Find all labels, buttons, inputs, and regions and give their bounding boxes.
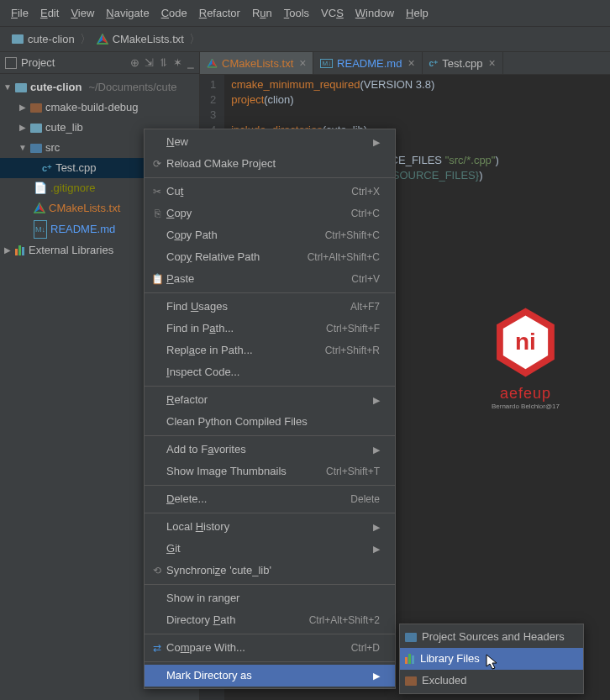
sm-library-files[interactable]: Library Files: [400, 648, 583, 670]
tab-label: README.md: [337, 57, 402, 70]
arrow-right-icon: ▶: [3, 242, 12, 259]
tab-test[interactable]: c⁺ Test.cpp ×: [423, 52, 503, 74]
tree-label: cute_lib: [45, 119, 83, 136]
cm-cut[interactable]: ✂CutCtrl+X: [145, 181, 395, 203]
menu-refactor[interactable]: Refactor: [193, 3, 246, 23]
cm-paste[interactable]: 📋PasteCtrl+V: [145, 268, 395, 290]
sync-icon: ⟲: [150, 563, 165, 578]
arrow-down-icon: ▼: [3, 79, 12, 96]
breadcrumb-root[interactable]: cute-clion: [7, 31, 80, 47]
tree-label: CMakeLists.txt: [49, 200, 120, 217]
cm-new[interactable]: New▶: [145, 131, 395, 153]
tab-label: CMakeLists.txt: [222, 57, 293, 70]
menu-vcs[interactable]: VCS: [315, 3, 350, 23]
breadcrumb-file-label: CMakeLists.txt: [113, 33, 184, 45]
arrow-right-icon: ▶: [18, 99, 27, 116]
library-icon: [15, 245, 25, 255]
breadcrumb-file[interactable]: CMakeLists.txt: [92, 31, 189, 47]
sm-excluded[interactable]: Excluded: [400, 670, 583, 692]
cm-dirpath[interactable]: Directory PathCtrl+Alt+Shift+2: [145, 609, 395, 631]
cm-sync[interactable]: ⟲Synchronize 'cute_lib': [145, 560, 395, 582]
tree-item-build[interactable]: ▶ cmake-build-debug: [0, 97, 199, 118]
menu-bar: File Edit View Navigate Code Refactor Ru…: [0, 0, 610, 27]
submenu-arrow-icon: ▶: [373, 392, 380, 408]
tree-root-path: ~/Documents/cute: [88, 79, 176, 96]
mark-directory-submenu: Project Sources and Headers Library File…: [399, 624, 584, 694]
copy-icon: ⎘: [150, 206, 165, 221]
project-icon: [5, 57, 17, 69]
sm-project-sources[interactable]: Project Sources and Headers: [400, 626, 583, 648]
folder-icon: [12, 34, 24, 44]
gear-icon[interactable]: ✶: [173, 56, 182, 69]
tab-label: Test.cpp: [442, 57, 482, 70]
cut-icon: ✂: [150, 184, 165, 199]
cm-git[interactable]: Git▶: [145, 538, 395, 560]
submenu-arrow-icon: ▶: [373, 134, 380, 150]
separator: [145, 584, 395, 585]
paste-icon: 📋: [150, 271, 165, 287]
separator: [145, 386, 395, 387]
cm-copy[interactable]: ⎘CopyCtrl+C: [145, 203, 395, 224]
menu-window[interactable]: Window: [350, 3, 400, 23]
submenu-arrow-icon: ▶: [373, 442, 380, 457]
tree-label: Test.cpp: [55, 160, 96, 176]
cm-thumbs[interactable]: Show Image ThumbnailsCtrl+Shift+T: [145, 461, 395, 482]
target-icon[interactable]: ⊕: [130, 56, 139, 69]
cm-copypath[interactable]: Copy PathCtrl+Shift+C: [145, 224, 395, 246]
tab-readme[interactable]: M↓ README.md ×: [313, 52, 422, 74]
tab-cmakelists[interactable]: CMakeLists.txt ×: [200, 52, 313, 74]
breadcrumb-root-label: cute-clion: [28, 33, 75, 45]
cmake-icon: [97, 34, 108, 45]
cm-refactor[interactable]: Refactor▶: [145, 389, 395, 411]
separator: [145, 513, 395, 513]
separator: [145, 177, 395, 178]
menu-tools[interactable]: Tools: [278, 3, 315, 23]
menu-code[interactable]: Code: [155, 3, 193, 23]
sidebar-header: Project ⊕ ⇲ ⥮ ✶ ⎯: [0, 52, 199, 74]
cm-reload[interactable]: ⟳Reload CMake Project: [145, 153, 395, 175]
separator: [145, 634, 395, 634]
tree-root-label: cute-clion: [30, 79, 82, 96]
menu-help[interactable]: Help: [400, 3, 434, 23]
cm-compare[interactable]: ⇄Compare With...Ctrl+D: [145, 637, 395, 659]
menu-file[interactable]: File: [5, 3, 34, 23]
submenu-arrow-icon: ▶: [373, 541, 380, 556]
cm-inspect[interactable]: Inspect Code...: [145, 361, 395, 383]
menu-navigate[interactable]: Navigate: [100, 3, 155, 23]
folder-icon: [30, 124, 42, 133]
cm-copyrel[interactable]: Copy Relative PathCtrl+Alt+Shift+C: [145, 246, 395, 268]
cm-findusages[interactable]: Find UsagesAlt+F7: [145, 296, 395, 318]
breadcrumb: cute-clion 〉 CMakeLists.txt 〉: [0, 27, 610, 52]
menu-edit[interactable]: Edit: [34, 3, 65, 23]
folder-icon: [30, 103, 42, 113]
cm-delete[interactable]: Delete...Delete: [145, 488, 395, 510]
tree-label: External Libraries: [29, 242, 113, 259]
tree-root[interactable]: ▼ cute-clion ~/Documents/cute: [0, 77, 199, 97]
sm-label: Library Files: [420, 651, 480, 666]
folder-icon: [15, 83, 27, 92]
cmake-icon: [207, 58, 218, 69]
close-icon[interactable]: ×: [408, 56, 414, 70]
tree-label: cmake-build-debug: [45, 99, 139, 116]
cm-replace[interactable]: Replace in Path...Ctrl+Shift+R: [145, 339, 395, 361]
cpp-icon: c⁺: [42, 160, 52, 176]
expand-icon[interactable]: ⇲: [145, 56, 154, 69]
sm-label: Excluded: [422, 673, 466, 688]
collapse-icon[interactable]: ⥮: [159, 56, 168, 69]
close-icon[interactable]: ×: [489, 56, 496, 70]
cm-favorites[interactable]: Add to Favorites▶: [145, 439, 395, 461]
file-icon: 📄: [34, 180, 47, 197]
chevron-right-icon: 〉: [189, 32, 201, 47]
cm-ranger[interactable]: Show in ranger: [145, 587, 395, 609]
reload-icon: ⟳: [150, 156, 165, 171]
submenu-arrow-icon: ▶: [373, 519, 380, 534]
menu-view[interactable]: View: [65, 3, 100, 23]
cm-clean[interactable]: Clean Python Compiled Files: [145, 411, 395, 433]
cm-findpath[interactable]: Find in Path...Ctrl+Shift+F: [145, 318, 395, 339]
sm-label: Project Sources and Headers: [422, 629, 565, 645]
cm-mark-directory[interactable]: Mark Directory as▶: [145, 665, 395, 687]
cm-history[interactable]: Local History▶: [145, 516, 395, 538]
menu-run[interactable]: Run: [246, 3, 278, 23]
close-icon[interactable]: ×: [299, 56, 306, 70]
hide-icon[interactable]: ⎯: [187, 56, 194, 69]
